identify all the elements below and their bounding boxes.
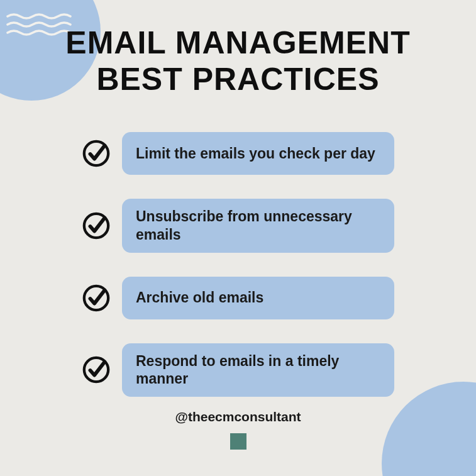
practice-bubble: Unsubscribe from unnecessary emails [122,199,394,253]
practice-bubble: Limit the emails you check per day [122,132,394,175]
checkmark-icon [82,139,111,168]
title-line-1: EMAIL MANAGEMENT [65,25,410,60]
practice-bubble: Archive old emails [122,277,394,319]
practice-text: Archive old emails [136,289,263,307]
list-item: Unsubscribe from unnecessary emails [82,199,394,253]
list-item: Limit the emails you check per day [82,132,394,175]
title-line-2: BEST PRACTICES [96,62,379,97]
practices-list: Limit the emails you check per day Unsub… [0,132,476,397]
social-handle: @theecmconsultant [0,409,476,424]
practice-bubble: Respond to emails in a timely manner [122,343,394,397]
list-item: Respond to emails in a timely manner [82,343,394,397]
decorative-square [230,433,246,450]
checkmark-icon [82,355,111,384]
checkmark-icon [82,284,111,313]
footer: @theecmconsultant [0,409,476,450]
list-item: Archive old emails [82,277,394,319]
practice-text: Respond to emails in a timely manner [136,352,380,389]
practice-text: Unsubscribe from unnecessary emails [136,208,380,244]
practice-text: Limit the emails you check per day [136,145,375,163]
checkmark-icon [82,211,111,240]
page-title: EMAIL MANAGEMENT BEST PRACTICES [0,0,476,97]
